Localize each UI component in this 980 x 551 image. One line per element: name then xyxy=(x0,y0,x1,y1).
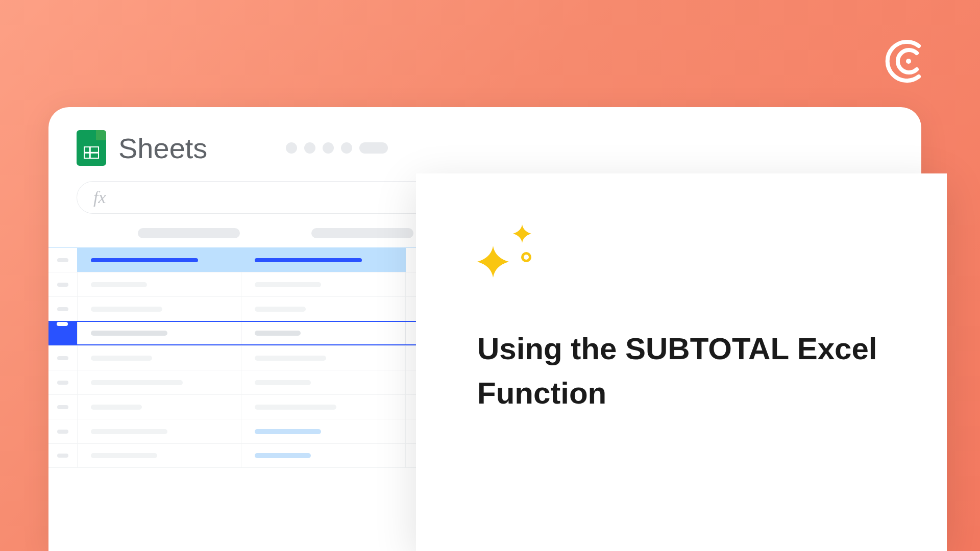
sheets-header: Sheets xyxy=(48,107,921,181)
page-title: Using the SUBTOTAL Excel Function xyxy=(477,327,886,415)
toolbar-placeholder xyxy=(286,142,388,154)
fx-icon: fx xyxy=(93,188,106,207)
brand-logo xyxy=(883,36,934,87)
toolbar-dot-icon xyxy=(286,142,297,154)
title-card: Using the SUBTOTAL Excel Function xyxy=(416,173,947,551)
svg-point-0 xyxy=(906,59,911,64)
toolbar-dot-icon xyxy=(304,142,315,154)
toolbar-dot-icon xyxy=(323,142,334,154)
toolbar-pill-icon xyxy=(359,142,388,154)
column-header-placeholder xyxy=(138,228,240,238)
toolbar-dot-icon xyxy=(341,142,352,154)
column-header-placeholder xyxy=(311,228,413,238)
app-title: Sheets xyxy=(118,132,207,165)
google-sheets-icon xyxy=(77,130,106,166)
sparkle-icon xyxy=(477,224,549,286)
